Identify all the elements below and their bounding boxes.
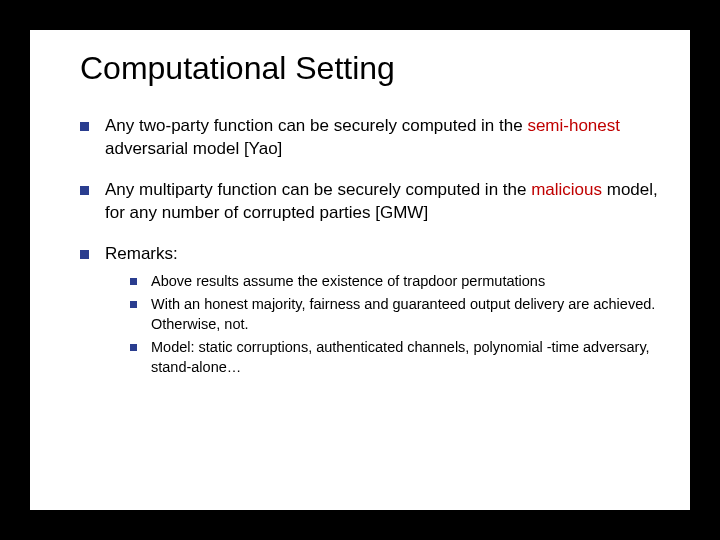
- square-bullet-icon: [80, 186, 89, 195]
- sub-text-1: Above results assume the existence of tr…: [151, 272, 545, 292]
- slide: Computational Setting Any two-party func…: [30, 30, 690, 510]
- square-bullet-icon: [130, 301, 137, 308]
- bullet-1-pre: Any two-party function can be securely c…: [105, 116, 527, 135]
- slide-title: Computational Setting: [80, 50, 660, 87]
- sub-item-2: With an honest majority, fairness and gu…: [130, 295, 660, 334]
- square-bullet-icon: [130, 278, 137, 285]
- square-bullet-icon: [130, 344, 137, 351]
- bullet-item-1: Any two-party function can be securely c…: [80, 115, 660, 161]
- sub-item-3: Model: static corruptions, authenticated…: [130, 338, 660, 377]
- sub-text-3: Model: static corruptions, authenticated…: [151, 338, 660, 377]
- bullet-2-pre: Any multiparty function can be securely …: [105, 180, 531, 199]
- bullet-item-2: Any multiparty function can be securely …: [80, 179, 660, 225]
- bullet-1-red: semi-honest: [527, 116, 620, 135]
- sub-bullet-list: Above results assume the existence of tr…: [130, 272, 660, 378]
- bullet-2-red: malicious: [531, 180, 602, 199]
- bullet-text-3: Remarks:: [105, 243, 178, 266]
- sub-item-1: Above results assume the existence of tr…: [130, 272, 660, 292]
- bullet-text-2: Any multiparty function can be securely …: [105, 179, 660, 225]
- square-bullet-icon: [80, 250, 89, 259]
- square-bullet-icon: [80, 122, 89, 131]
- bullet-1-post: adversarial model [Yao]: [105, 139, 282, 158]
- bullet-text-1: Any two-party function can be securely c…: [105, 115, 660, 161]
- bullet-list: Any two-party function can be securely c…: [80, 115, 660, 266]
- sub-text-2: With an honest majority, fairness and gu…: [151, 295, 660, 334]
- bullet-item-3: Remarks:: [80, 243, 660, 266]
